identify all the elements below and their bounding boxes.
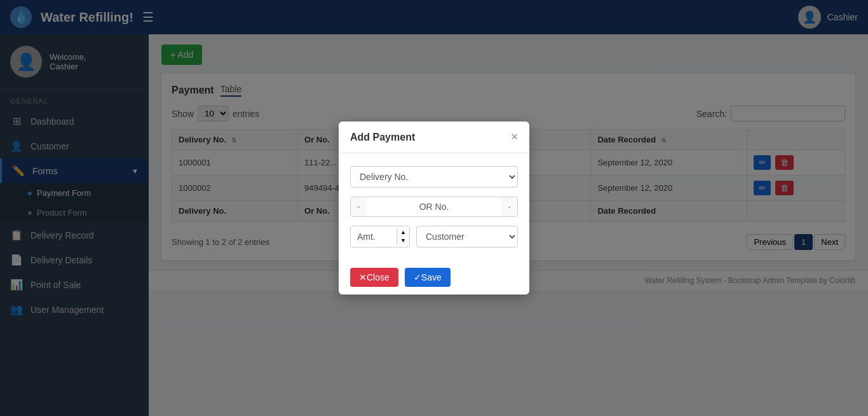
- amt-spinners: ▲ ▼: [397, 228, 409, 244]
- add-payment-modal: Add Payment × Delivery No. 1000001 10000…: [339, 121, 529, 295]
- amt-spin-down[interactable]: ▼: [397, 237, 409, 245]
- modal-close-x[interactable]: ×: [511, 130, 518, 144]
- modal-title: Add Payment: [350, 132, 415, 143]
- amt-spin-up[interactable]: ▲: [397, 228, 409, 237]
- modal-footer: ✕Close ✓Save: [339, 260, 529, 295]
- or-dash-right: -: [501, 197, 517, 216]
- amt-label: Amt.: [351, 227, 397, 246]
- or-dash-left: -: [351, 197, 367, 216]
- customer-select[interactable]: Customer Reynaldo Aroyo: [416, 226, 518, 247]
- modal-header: Add Payment ×: [339, 121, 529, 153]
- modal-overlay[interactable]: Add Payment × Delivery No. 1000001 10000…: [0, 0, 868, 416]
- close-modal-btn[interactable]: ✕Close: [350, 268, 398, 287]
- or-no-field: - OR No. -: [350, 197, 518, 217]
- modal-body: Delivery No. 1000001 1000002 - OR No. - …: [339, 153, 529, 260]
- delivery-no-select[interactable]: Delivery No. 1000001 1000002: [350, 166, 518, 188]
- or-no-label: OR No.: [367, 197, 502, 216]
- save-modal-btn[interactable]: ✓Save: [405, 268, 451, 287]
- amt-field: Amt. ▲ ▼: [350, 226, 410, 247]
- amt-customer-row: Amt. ▲ ▼ Customer Reynaldo Aroyo: [350, 226, 518, 247]
